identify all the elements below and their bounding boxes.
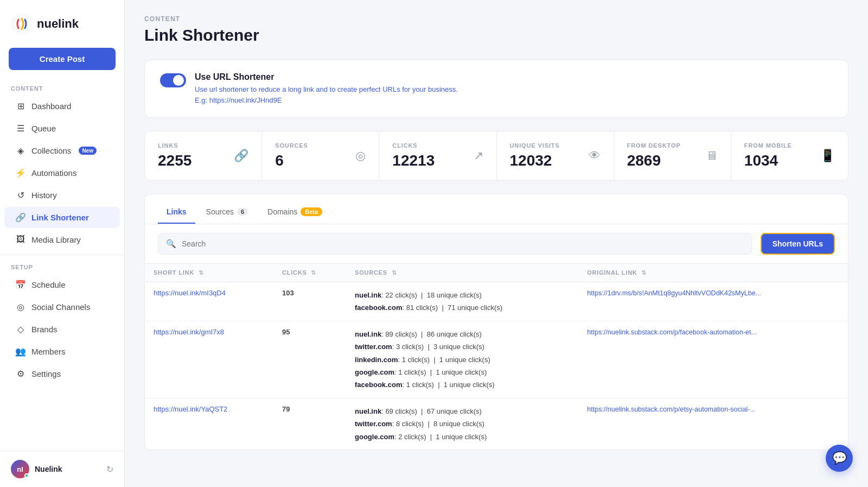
sidebar-item-label: Collections (31, 146, 71, 155)
col-header-original-link[interactable]: ORIGINAL LINK ⇅ (578, 264, 848, 282)
short-link-anchor[interactable]: https://nuel.ink/mI3qD4 (154, 289, 226, 297)
sidebar-item-members[interactable]: 👥 Members (4, 341, 120, 362)
short-link-anchor[interactable]: https://nuel.ink/YaQST2 (154, 405, 227, 413)
sidebar-item-label: Media Library (31, 235, 81, 244)
original-link-cell: https://nuelink.substack.com/p/etsy-auto… (578, 398, 848, 450)
stat-card-links: LINKS 2255 🔗 (145, 131, 262, 180)
original-link-anchor[interactable]: https://1drv.ms/b/s!AnMt1q8gyu4NhltvVODd… (587, 289, 761, 297)
tab-domains[interactable]: DomainsBeta (259, 203, 331, 224)
source-row: google.com: 2 click(s) | 1 unique click(… (355, 431, 570, 443)
stat-label-clicks: CLICKS (392, 142, 435, 149)
sidebar-item-label: Brands (31, 325, 58, 334)
nuelink-logo-icon (11, 13, 33, 35)
links-table: SHORT LINK ⇅CLICKS ⇅SOURCES ⇅ORIGINAL LI… (145, 263, 848, 450)
tabs: LinksSources6DomainsBeta (145, 194, 848, 224)
source-row: nuel.ink: 22 click(s) | 18 unique click(… (355, 289, 570, 301)
footer-user: nl Nuelink (11, 460, 62, 478)
search-input[interactable] (182, 239, 744, 248)
source-name: twitter.com (355, 343, 392, 351)
table-row: https://nuel.ink/mI3qD4103nuel.ink: 22 c… (145, 282, 848, 321)
stat-icon-sources: ◎ (355, 149, 366, 163)
sidebar-item-queue[interactable]: ☰ Queue (4, 118, 120, 139)
stat-value-unique-visits: 12032 (510, 152, 560, 169)
logo-area: nuelink (0, 0, 124, 46)
sidebar-item-schedule[interactable]: 📅 Schedule (4, 274, 120, 295)
source-name: nuel.ink (355, 407, 381, 415)
sidebar-item-social-channels[interactable]: ◎ Social Channels (4, 296, 120, 318)
source-name: facebook.com (355, 303, 402, 312)
social-channels-icon: ◎ (15, 302, 26, 312)
source-name: nuel.ink (355, 291, 381, 299)
col-header-short-link[interactable]: SHORT LINK ⇅ (145, 264, 273, 282)
brands-icon: ◇ (15, 324, 26, 334)
tab-badge-beta-domains: Beta (301, 207, 322, 216)
stat-value-from-mobile: 1034 (744, 152, 792, 169)
search-icon: 🔍 (166, 239, 176, 249)
stat-value-clicks: 12213 (392, 152, 435, 169)
sidebar: nuelink Create Post CONTENT ⊞ Dashboard … (0, 0, 125, 487)
stat-icon-links: 🔗 (234, 149, 248, 163)
stat-icon-clicks: ↗ (474, 149, 483, 163)
clicks-cell: 95 (273, 321, 346, 398)
toggle-description: Use url shortener to reduce a long link … (195, 84, 458, 105)
tab-links[interactable]: Links (158, 203, 195, 224)
sidebar-item-automations[interactable]: ⚡ Automations (4, 162, 120, 184)
tab-sources[interactable]: Sources6 (197, 203, 257, 224)
members-icon: 👥 (15, 346, 26, 357)
media-library-icon: 🖼 (15, 235, 26, 244)
url-shortener-toggle[interactable] (160, 73, 186, 87)
sidebar-item-label: Settings (31, 369, 61, 378)
short-link-cell: https://nuel.ink/mI3qD4 (145, 282, 273, 321)
sort-icon-short-link: ⇅ (199, 269, 204, 276)
sidebar-footer: nl Nuelink ↻ (0, 451, 124, 487)
avatar: nl (11, 460, 29, 478)
sidebar-item-collections[interactable]: ◈ Collections New (4, 140, 120, 161)
sidebar-item-label: Automations (31, 168, 76, 178)
sidebar-item-brands[interactable]: ◇ Brands (4, 319, 120, 340)
source-name: facebook.com (355, 381, 402, 389)
stats-row: LINKS 2255 🔗 SOURCES 6 ◎ CLICKS 12213 ↗ … (144, 131, 848, 181)
short-link-anchor[interactable]: https://nuel.ink/gmI7x8 (154, 328, 224, 336)
automations-icon: ⚡ (15, 168, 26, 178)
sidebar-item-settings[interactable]: ⚙ Settings (4, 363, 120, 384)
source-name: twitter.com (355, 420, 392, 428)
original-link-anchor[interactable]: https://nuelink.substack.com/p/facebook-… (587, 328, 757, 336)
clicks-cell: 79 (273, 398, 346, 450)
tab-label-links: Links (167, 207, 187, 216)
avatar-online-dot (24, 473, 29, 478)
sidebar-item-label: Members (31, 347, 66, 356)
source-row: nuel.ink: 89 click(s) | 86 unique click(… (355, 328, 570, 340)
tab-label-domains: Domains (267, 207, 297, 216)
original-link-anchor[interactable]: https://nuelink.substack.com/p/etsy-auto… (587, 406, 756, 413)
stat-label-from-desktop: FROM DESKTOP (627, 142, 681, 149)
page-title: Link Shortener (144, 26, 848, 45)
chat-fab-button[interactable]: 💬 (826, 445, 853, 472)
source-row: twitter.com: 8 click(s) | 8 unique click… (355, 418, 570, 430)
source-row: google.com: 1 click(s) | 1 unique click(… (355, 366, 570, 378)
source-row: nuel.ink: 69 click(s) | 67 unique click(… (355, 405, 570, 418)
sidebar-item-media-library[interactable]: 🖼 Media Library (4, 229, 120, 250)
svg-point-0 (11, 13, 33, 35)
sidebar-item-link-shortener[interactable]: 🔗 Link Shortener (4, 207, 120, 228)
col-header-sources[interactable]: SOURCES ⇅ (346, 264, 578, 282)
shorten-urls-button[interactable]: Shorten URLs (761, 233, 835, 255)
tab-badge-sources: 6 (237, 208, 248, 216)
stat-card-sources: SOURCES 6 ◎ (262, 131, 379, 180)
sidebar-username: Nuelink (35, 465, 62, 473)
stat-value-links: 2255 (158, 152, 192, 169)
refresh-icon[interactable]: ↻ (106, 464, 113, 475)
stat-card-from-mobile: FROM MOBILE 1034 📱 (731, 131, 848, 180)
short-link-cell: https://nuel.ink/YaQST2 (145, 398, 273, 450)
page-section-label: CONTENT (144, 15, 848, 23)
col-header-clicks[interactable]: CLICKS ⇅ (273, 264, 346, 282)
sidebar-item-label: Schedule (31, 280, 66, 289)
stat-label-links: LINKS (158, 142, 192, 149)
tab-label-sources: Sources (206, 207, 234, 216)
table-header-row: SHORT LINK ⇅CLICKS ⇅SOURCES ⇅ORIGINAL LI… (145, 264, 848, 282)
sidebar-item-label: Social Channels (31, 302, 90, 312)
sidebar-item-dashboard[interactable]: ⊞ Dashboard (4, 96, 120, 117)
create-post-button[interactable]: Create Post (9, 48, 116, 70)
stat-card-clicks: CLICKS 12213 ↗ (379, 131, 496, 180)
logo-text: nuelink (37, 17, 79, 31)
sidebar-item-history[interactable]: ↺ History (4, 185, 120, 206)
